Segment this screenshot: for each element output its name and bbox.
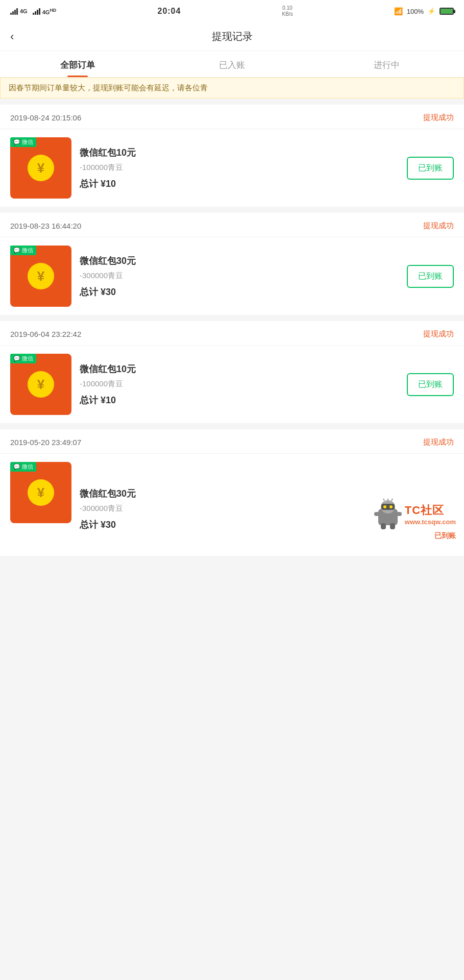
- record-header: 2019-08-24 20:15:06 提现成功: [0, 105, 464, 129]
- record-header: 2019-08-23 16:44:20 提现成功: [0, 213, 464, 237]
- coin-icon: ¥: [28, 263, 54, 289]
- watermark-status: 已到账: [374, 531, 456, 541]
- tab-credited[interactable]: 已入账: [155, 51, 309, 77]
- status-right: 📶 100% ⚡: [394, 7, 454, 15]
- status-bar: 4G 4GHD 20:04 0.10 KB/s 📶 100% ⚡: [0, 0, 464, 22]
- tab-all-orders[interactable]: 全部订单: [0, 51, 155, 77]
- status-left: 4G 4GHD: [10, 8, 56, 15]
- record-header: 2019-06-04 23:22:42 提现成功: [0, 321, 464, 346]
- status-time: 20:04: [157, 7, 181, 16]
- item-name: 微信红包10元: [80, 146, 399, 159]
- wechat-icon: 💬: [13, 355, 20, 362]
- arrived-button[interactable]: 已到账: [407, 157, 454, 180]
- records-list: 2019-08-24 20:15:06 提现成功 💬 微信 ¥ 微信红包10元 …: [0, 105, 464, 556]
- record-status: 提现成功: [423, 221, 454, 231]
- item-total: 总计 ¥30: [80, 519, 454, 531]
- record-body: 💬 微信 ¥ 微信红包10元 -100000青豆 总计 ¥10 已到账: [0, 129, 464, 207]
- record-date: 2019-08-23 16:44:20: [10, 222, 81, 230]
- item-details: 微信红包30元 -300000青豆 总计 ¥30: [80, 255, 399, 298]
- item-name: 微信红包30元: [80, 255, 399, 267]
- item-image: 💬 微信 ¥: [10, 137, 71, 199]
- network-type: 4G: [20, 8, 28, 14]
- wechat-badge: 💬 微信: [10, 462, 36, 472]
- item-details: 微信红包10元 -100000青豆 总计 ¥10: [80, 363, 399, 406]
- record-item: 2019-08-23 16:44:20 提现成功 💬 微信 ¥ 微信红包30元 …: [0, 213, 464, 315]
- wechat-icon: 💬: [13, 139, 20, 145]
- record-item: 2019-08-24 20:15:06 提现成功 💬 微信 ¥ 微信红包10元 …: [0, 105, 464, 207]
- record-date: 2019-05-20 23:49:07: [10, 438, 81, 447]
- battery-icon: [439, 8, 454, 15]
- wechat-icon: 💬: [13, 463, 20, 470]
- signal-icon-2: [33, 8, 40, 15]
- battery-percent: 100%: [407, 8, 424, 15]
- arrived-button[interactable]: 已到账: [407, 265, 454, 288]
- item-points: -100000青豆: [80, 379, 399, 389]
- item-name: 微信红包30元: [80, 487, 454, 500]
- record-body: 💬 微信 ¥ 微信红包30元 -300000青豆 总计 ¥30: [0, 454, 464, 556]
- record-date: 2019-06-04 23:22:42: [10, 330, 81, 338]
- record-status: 提现成功: [423, 437, 454, 447]
- wechat-badge: 💬 微信: [10, 137, 36, 147]
- record-date: 2019-08-24 20:15:06: [10, 113, 81, 122]
- back-button[interactable]: ‹: [10, 30, 31, 43]
- signal-icon: [10, 8, 18, 15]
- record-status: 提现成功: [423, 113, 454, 122]
- arrived-button[interactable]: 已到账: [407, 373, 454, 396]
- item-image: 💬 微信 ¥: [10, 462, 71, 523]
- record-body: 💬 微信 ¥ 微信红包10元 -100000青豆 总计 ¥10 已到账: [0, 346, 464, 423]
- record-header: 2019-05-20 23:49:07 提现成功: [0, 429, 464, 454]
- item-points: -300000青豆: [80, 271, 399, 281]
- item-image: 💬 微信 ¥: [10, 246, 71, 307]
- item-points: -100000青豆: [80, 163, 399, 173]
- wechat-icon: 💬: [13, 247, 20, 254]
- page-title: 提现记录: [31, 30, 433, 43]
- tab-inprogress[interactable]: 进行中: [309, 51, 464, 77]
- item-name: 微信红包10元: [80, 363, 399, 375]
- item-image: 💬 微信 ¥: [10, 354, 71, 415]
- record-item-partial: 2019-05-20 23:49:07 提现成功 💬 微信 ¥ 微信红包30元 …: [0, 429, 464, 556]
- record-item: 2019-06-04 23:22:42 提现成功 💬 微信 ¥ 微信红包10元 …: [0, 321, 464, 423]
- lightning-icon: ⚡: [428, 8, 435, 15]
- record-status: 提现成功: [423, 329, 454, 339]
- wechat-badge: 💬 微信: [10, 354, 36, 363]
- header: ‹ 提现记录: [0, 22, 464, 51]
- notice-banner: 因春节期间订单量较大，提现到账可能会有延迟，请各位青: [0, 78, 464, 99]
- coin-icon: ¥: [28, 371, 54, 398]
- network-speed: 0.10 KB/s: [282, 5, 293, 17]
- coin-icon: ¥: [28, 479, 54, 506]
- item-total: 总计 ¥10: [80, 178, 399, 190]
- battery-fill: [441, 9, 453, 14]
- item-points: -300000青豆: [80, 504, 454, 513]
- item-total: 总计 ¥30: [80, 286, 399, 298]
- wifi-icon: 📶: [394, 7, 403, 15]
- network-type-2: 4GHD: [42, 8, 57, 15]
- coin-icon: ¥: [28, 155, 54, 181]
- item-total: 总计 ¥10: [80, 394, 399, 406]
- record-body: 💬 微信 ¥ 微信红包30元 -300000青豆 总计 ¥30 已到账: [0, 237, 464, 315]
- item-details: 微信红包10元 -100000青豆 总计 ¥10: [80, 146, 399, 190]
- tab-bar: 全部订单 已入账 进行中: [0, 51, 464, 78]
- item-details: 微信红包30元 -300000青豆 总计 ¥30: [80, 487, 454, 531]
- wechat-badge: 💬 微信: [10, 246, 36, 255]
